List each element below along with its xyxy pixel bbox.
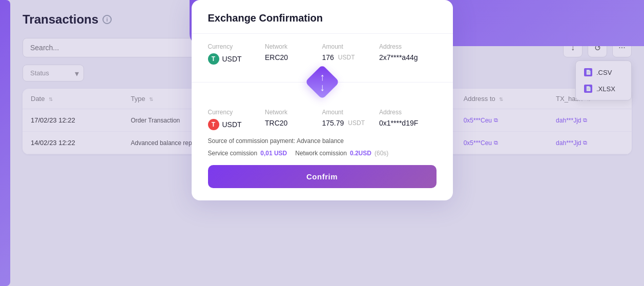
divider-right <box>335 82 453 83</box>
network-commission-item: Network comission 0.2USD (60s) <box>295 150 388 157</box>
to-address-col: Address 0x1****d19F <box>379 109 437 130</box>
exchange-arrow-diamond: ↑ ↓ <box>305 65 340 99</box>
from-address-label: Address <box>379 43 437 50</box>
network-commission-label: Network comission <box>295 150 347 157</box>
modal-header: Exchange Confirmation <box>192 0 453 34</box>
from-address-value: 2x7****a44g <box>379 53 437 62</box>
service-commission-value: 0,01 USD <box>260 150 287 157</box>
to-amount-unit: USDT <box>348 119 365 127</box>
to-address-value: 0x1****d19F <box>379 119 437 127</box>
to-currency-label: Currency <box>208 109 265 116</box>
to-currency-value: T USDT <box>208 119 265 130</box>
modal-title: Exchange Confirmation <box>208 12 437 24</box>
from-network-value: ERC20 <box>265 53 322 62</box>
to-network-value: TRC20 <box>265 119 322 127</box>
to-network-col: Network TRC20 <box>265 109 322 130</box>
from-amount-label: Amount <box>322 43 380 50</box>
from-currency-value: T USDT <box>208 53 265 65</box>
swap-icon: ↑ ↓ <box>320 72 325 92</box>
commission-row: Service comission 0,01 USD Network comis… <box>208 150 437 157</box>
from-currency-label: Currency <box>208 43 265 50</box>
service-commission-item: Service comission 0,01 USD <box>208 150 287 157</box>
service-commission-label: Service comission <box>208 150 258 157</box>
network-commission-value: 0.2USD <box>350 150 371 157</box>
usdt-red-icon: T <box>208 119 219 130</box>
from-amount-col: Amount 176 USDT <box>322 43 380 65</box>
to-amount-label: Amount <box>322 109 380 116</box>
from-currency-col: Currency T USDT <box>208 43 265 65</box>
page: Transactions i ⛽ Advance balance: $ 2,34… <box>0 0 644 286</box>
to-network-label: Network <box>265 109 322 116</box>
to-address-label: Address <box>379 109 437 116</box>
to-amount-value: 175.79 USDT <box>322 119 380 127</box>
confirm-section: Confrim <box>192 157 453 188</box>
divider-left <box>192 82 310 83</box>
modal-from-section: Currency T USDT Network ERC20 Amount 17 <box>192 34 453 65</box>
commission-section: Source of commission payment: Advance ba… <box>192 130 453 157</box>
modal-overlay: Exchange Confirmation Currency T USDT Ne… <box>0 0 644 286</box>
arrow-divider: ↑ ↓ <box>192 70 453 94</box>
network-commission-time: (60s) <box>375 150 388 157</box>
to-currency-col: Currency T USDT <box>208 109 265 130</box>
from-network-col: Network ERC20 <box>265 43 322 65</box>
usdt-green-icon: T <box>208 53 219 65</box>
from-amount-value: 176 USDT <box>322 53 380 62</box>
modal-to-section: Currency T USDT Network TRC20 Amount 17 <box>192 99 453 130</box>
exchange-from-row: Currency T USDT Network ERC20 Amount 17 <box>208 43 437 65</box>
confirm-button[interactable]: Confrim <box>208 165 437 188</box>
from-address-col: Address 2x7****a44g <box>379 43 437 65</box>
from-amount-unit: USDT <box>338 54 355 61</box>
from-network-label: Network <box>265 43 322 50</box>
commission-source: Source of commission payment: Advance ba… <box>208 137 437 145</box>
to-amount-col: Amount 175.79 USDT <box>322 109 380 130</box>
exchange-to-row: Currency T USDT Network TRC20 Amount 17 <box>208 109 437 130</box>
exchange-confirmation-modal: Exchange Confirmation Currency T USDT Ne… <box>192 0 453 200</box>
